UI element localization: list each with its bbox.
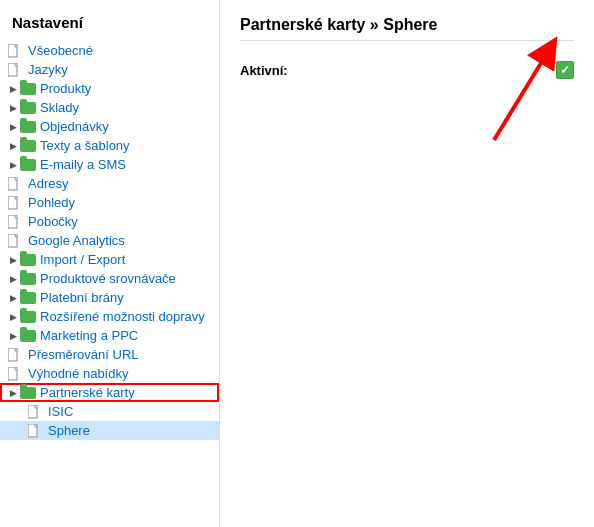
sidebar-item-isic[interactable]: ISIC — [0, 402, 219, 421]
folder-arrow-objednavky[interactable] — [8, 122, 18, 132]
sidebar-item-objednavky[interactable]: Objednávky — [0, 117, 219, 136]
sidebar-item-sphere[interactable]: Sphere — [0, 421, 219, 440]
folder-arrow-produkty[interactable] — [8, 84, 18, 94]
sidebar-item-presmerovani-url[interactable]: Přesměrování URL — [0, 345, 219, 364]
sidebar-item-import-export[interactable]: Import / Export — [0, 250, 219, 269]
file-icon-sphere — [28, 424, 42, 438]
sidebar-item-sklady[interactable]: Sklady — [0, 98, 219, 117]
sidebar-item-label-sklady: Sklady — [40, 100, 79, 115]
sidebar-item-produkty[interactable]: Produkty — [0, 79, 219, 98]
sidebar-item-label-emaily-sms: E-maily a SMS — [40, 157, 126, 172]
aktivni-checkbox[interactable]: ✓ — [556, 61, 574, 79]
folder-icon-partnerske-karty — [20, 387, 36, 399]
red-arrow-indicator — [454, 30, 574, 153]
file-icon-jazyky — [8, 63, 22, 77]
sidebar-item-emaily-sms[interactable]: E-maily a SMS — [0, 155, 219, 174]
folder-icon-import-export — [20, 254, 36, 266]
file-icon-adresy — [8, 177, 22, 191]
sidebar-item-label-vyhodne-nabidky: Výhodné nabídky — [28, 366, 128, 381]
folder-icon-texty-sablony — [20, 140, 36, 152]
sidebar-item-produktove-srovnavace[interactable]: Produktové srovnávače — [0, 269, 219, 288]
aktivni-label: Aktivní: — [240, 63, 320, 78]
aktivni-field-row: Aktivní: ✓ — [240, 61, 574, 79]
sidebar-item-label-google-analytics: Google Analytics — [28, 233, 125, 248]
file-icon-isic — [28, 405, 42, 419]
sidebar-item-jazyky[interactable]: Jazyky — [0, 60, 219, 79]
sidebar-item-adresy[interactable]: Adresy — [0, 174, 219, 193]
sidebar-item-label-produktove-srovnavace: Produktové srovnávače — [40, 271, 176, 286]
sidebar-item-label-sphere: Sphere — [48, 423, 90, 438]
sidebar-item-google-analytics[interactable]: Google Analytics — [0, 231, 219, 250]
folder-icon-emaily-sms — [20, 159, 36, 171]
folder-icon-produktove-srovnavace — [20, 273, 36, 285]
sidebar-items-container: VšeobecnéJazykyProduktySkladyObjednávkyT… — [0, 41, 219, 440]
file-icon-presmerovani-url — [8, 348, 22, 362]
sidebar-item-label-produkty: Produkty — [40, 81, 91, 96]
sidebar-item-label-vseobecne: Všeobecné — [28, 43, 93, 58]
sidebar-item-label-pobocky: Pobočky — [28, 214, 78, 229]
sidebar-item-label-adresy: Adresy — [28, 176, 68, 191]
folder-icon-objednavky — [20, 121, 36, 133]
file-icon-vyhodne-nabidky — [8, 367, 22, 381]
sidebar-item-label-isic: ISIC — [48, 404, 73, 419]
sidebar-item-partnerske-karty[interactable]: Partnerské karty — [0, 383, 219, 402]
folder-arrow-emaily-sms[interactable] — [8, 160, 18, 170]
sidebar-item-platebni-brany[interactable]: Platební brány — [0, 288, 219, 307]
file-icon-google-analytics — [8, 234, 22, 248]
sidebar-item-label-rozsirene-dopravy: Rozšířené možnosti dopravy — [40, 309, 205, 324]
sidebar-item-rozsirene-dopravy[interactable]: Rozšířené možnosti dopravy — [0, 307, 219, 326]
sidebar-item-marketing-ppc[interactable]: Marketing a PPC — [0, 326, 219, 345]
sidebar-item-texty-sablony[interactable]: Texty a šablony — [0, 136, 219, 155]
sidebar-item-label-objednavky: Objednávky — [40, 119, 109, 134]
sidebar-item-label-jazyky: Jazyky — [28, 62, 68, 77]
sidebar-item-label-texty-sablony: Texty a šablony — [40, 138, 130, 153]
sidebar-item-label-partnerske-karty: Partnerské karty — [40, 385, 135, 400]
page-title: Partnerské karty » Sphere — [240, 16, 574, 41]
sidebar: Nastavení VšeobecnéJazykyProduktySkladyO… — [0, 0, 220, 527]
sidebar-item-label-pohledy: Pohledy — [28, 195, 75, 210]
sidebar-item-pohledy[interactable]: Pohledy — [0, 193, 219, 212]
sidebar-item-vseobecne[interactable]: Všeobecné — [0, 41, 219, 60]
main-content: Partnerské karty » Sphere Aktivní: ✓ — [220, 0, 594, 527]
file-icon-pobocky — [8, 215, 22, 229]
sidebar-item-label-import-export: Import / Export — [40, 252, 125, 267]
folder-arrow-partnerske-karty[interactable] — [8, 388, 18, 398]
sidebar-item-pobocky[interactable]: Pobočky — [0, 212, 219, 231]
folder-arrow-marketing-ppc[interactable] — [8, 331, 18, 341]
folder-icon-marketing-ppc — [20, 330, 36, 342]
file-icon-vseobecne — [8, 44, 22, 58]
folder-arrow-produktove-srovnavace[interactable] — [8, 274, 18, 284]
file-icon-pohledy — [8, 196, 22, 210]
sidebar-item-vyhodne-nabidky[interactable]: Výhodné nabídky — [0, 364, 219, 383]
sidebar-item-label-platebni-brany: Platební brány — [40, 290, 124, 305]
folder-arrow-import-export[interactable] — [8, 255, 18, 265]
folder-arrow-sklady[interactable] — [8, 103, 18, 113]
folder-icon-rozsirene-dopravy — [20, 311, 36, 323]
folder-arrow-rozsirene-dopravy[interactable] — [8, 312, 18, 322]
folder-icon-produkty — [20, 83, 36, 95]
folder-arrow-texty-sablony[interactable] — [8, 141, 18, 151]
sidebar-item-label-marketing-ppc: Marketing a PPC — [40, 328, 138, 343]
sidebar-item-label-presmerovani-url: Přesměrování URL — [28, 347, 139, 362]
folder-icon-sklady — [20, 102, 36, 114]
folder-arrow-platebni-brany[interactable] — [8, 293, 18, 303]
sidebar-title: Nastavení — [0, 10, 219, 41]
folder-icon-platebni-brany — [20, 292, 36, 304]
